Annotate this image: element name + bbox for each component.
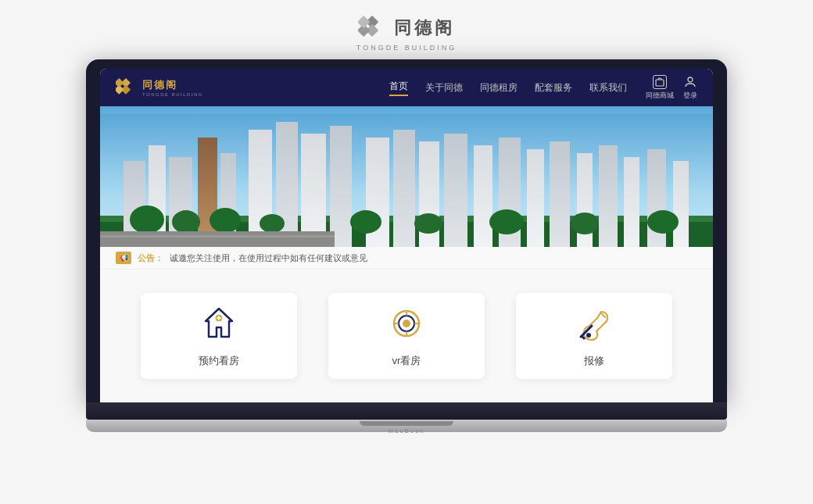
screen-content: 同德阁 TONGDE BUILDING 首页 关于同德 同德租房 配套服务 联系… (100, 69, 713, 402)
service-card-vr[interactable]: vr看房 (328, 293, 485, 379)
macbook-label: MacBook (388, 427, 424, 434)
svg-point-37 (172, 210, 200, 234)
svg-point-44 (647, 210, 679, 234)
svg-rect-20 (301, 134, 326, 247)
wrench-icon (575, 304, 614, 343)
top-logo-diamond-icon (358, 14, 386, 42)
svg-point-36 (130, 206, 164, 234)
svg-point-41 (414, 213, 442, 234)
svg-rect-45 (100, 231, 335, 247)
svg-rect-3 (358, 16, 370, 29)
login-button[interactable]: 登录 (683, 75, 697, 101)
mall-icon (653, 75, 667, 89)
svg-point-40 (350, 210, 381, 234)
announcement-label: 公告： (138, 252, 163, 264)
top-logo-area: 同德阁 TONGDE BUILDING (356, 0, 457, 59)
svg-rect-32 (624, 157, 639, 247)
svg-rect-16 (198, 138, 217, 247)
nav-logo: 同德阁 TONGDE BUILDING (116, 77, 203, 98)
svg-point-39 (260, 214, 285, 233)
hero-buildings-svg (100, 114, 713, 247)
mall-label: 同德商城 (646, 91, 674, 101)
nav-logo-diamond-icon (116, 77, 136, 98)
svg-rect-25 (444, 134, 467, 247)
announcement-text: 诚邀您关注使用，在使用过程中如有任何建议或意见 (170, 252, 367, 264)
laptop-bezel: 同德阁 TONGDE BUILDING 首页 关于同德 同德租房 配套服务 联系… (86, 59, 727, 402)
svg-rect-29 (550, 141, 570, 247)
repair-label: 报修 (584, 354, 604, 368)
top-logo-cn-text: 同德阁 (394, 16, 455, 40)
svg-marker-47 (206, 309, 232, 337)
svg-point-38 (210, 208, 241, 233)
nav-link-rent[interactable]: 同德租房 (480, 81, 518, 95)
laptop-base-notch (360, 421, 453, 426)
svg-rect-7 (116, 78, 124, 88)
site-nav: 同德阁 TONGDE BUILDING 首页 关于同德 同德租房 配套服务 联系… (100, 69, 713, 106)
nav-right: 同德商城 登录 (646, 75, 697, 101)
vr-label: vr看房 (392, 354, 421, 368)
nav-link-services[interactable]: 配套服务 (535, 81, 572, 95)
user-icon (683, 75, 697, 89)
mall-button[interactable]: 同德商城 (646, 75, 674, 101)
nav-logo-text: 同德阁 TONGDE BUILDING (142, 78, 203, 97)
svg-rect-46 (100, 235, 335, 238)
svg-rect-26 (474, 145, 492, 247)
laptop-base: MacBook (86, 420, 727, 432)
nav-link-about[interactable]: 关于同德 (425, 81, 463, 95)
nav-link-home[interactable]: 首页 (389, 80, 408, 96)
service-card-repair[interactable]: 报修 (516, 293, 672, 379)
laptop-container: 同德阁 TONGDE BUILDING 首页 关于同德 同德租房 配套服务 联系… (86, 59, 727, 432)
hero-section (100, 106, 713, 247)
announcement-bar: 📢 公告： 诚邀您关注使用，在使用过程中如有任何建议或意见 (100, 247, 713, 270)
svg-rect-28 (527, 149, 544, 247)
svg-point-43 (571, 213, 599, 234)
svg-rect-21 (330, 126, 352, 247)
home-icon (199, 304, 238, 343)
nav-logo-en: TONGDE BUILDING (142, 92, 203, 97)
nav-logo-cn: 同德阁 (142, 78, 203, 92)
vr-icon-wrap (387, 304, 426, 343)
announcement-icon: 📢 (116, 252, 131, 264)
top-logo-row: 同德阁 (358, 14, 455, 42)
services-section: 预约看房 vr看房 (100, 270, 713, 402)
svg-point-51 (403, 320, 410, 327)
svg-rect-8 (656, 80, 664, 86)
svg-rect-31 (599, 145, 618, 247)
svg-point-52 (586, 333, 591, 338)
booking-icon-wrap (199, 304, 238, 343)
svg-rect-23 (393, 130, 415, 247)
top-logo-en-text: TONGDE BUILDING (356, 44, 457, 52)
nav-links: 首页 关于同德 同德租房 配套服务 联系我们 (389, 80, 627, 96)
svg-rect-34 (673, 161, 689, 247)
svg-point-9 (688, 77, 693, 82)
booking-label: 预约看房 (199, 354, 239, 368)
vr-icon (387, 304, 426, 343)
repair-icon-wrap (575, 304, 614, 343)
nav-link-contact[interactable]: 联系我们 (589, 81, 627, 95)
login-label: 登录 (683, 91, 697, 101)
svg-point-42 (489, 209, 524, 234)
service-card-booking[interactable]: 预约看房 (141, 293, 297, 379)
